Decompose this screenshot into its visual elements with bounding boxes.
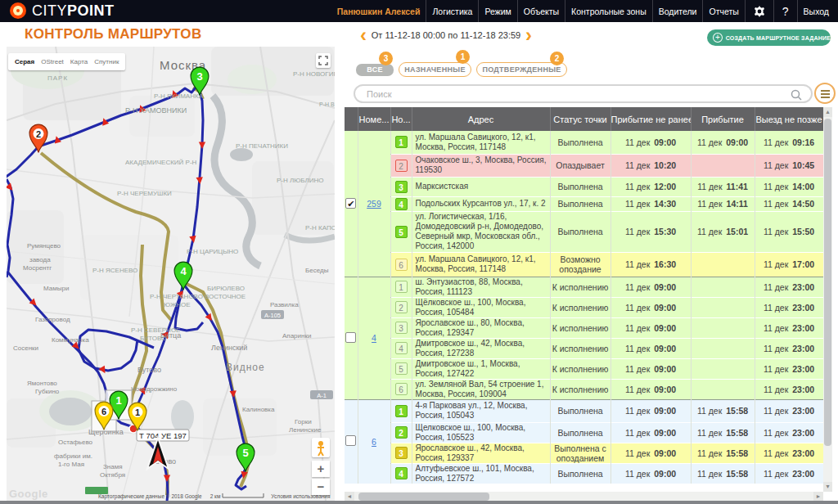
point-number-badge: 1 <box>395 281 408 293</box>
point-address: ш. Энтузиастов, 88, Москва, Россия, 1111… <box>412 277 550 297</box>
map-layer-спутник[interactable]: Спутник <box>91 58 122 65</box>
pegman-icon[interactable] <box>312 438 330 457</box>
route-point-row[interactable]: 6ул. Земляной Вал, 54 строение 1, Москва… <box>345 379 823 399</box>
arrival-time: 11 дек15:01 <box>691 211 755 252</box>
column-header-2[interactable]: Адрес <box>412 107 550 131</box>
route-point-row[interactable]: 41ш. Энтузиастов, 88, Москва, Россия, 11… <box>345 277 823 297</box>
arrive-not-earlier: 11 дек09:00 <box>610 379 691 399</box>
point-number-badge: 1 <box>395 136 408 148</box>
logout-button[interactable]: Выход <box>797 0 835 22</box>
column-header-5[interactable]: Прибытие <box>691 107 755 131</box>
search-input[interactable]: Поиск <box>354 84 813 103</box>
route-point-row[interactable]: 4Дмитровское ш., 42, Москва, Россия, 127… <box>345 338 823 358</box>
arrival-time <box>691 154 755 177</box>
point-address: ул. Маршала Савицкого, 12, к1, Москва, Р… <box>412 252 550 277</box>
map-label: Румянцево <box>27 242 61 250</box>
route-point-row[interactable]: 2Щёлковское ш., 100, Москва, Россия, 105… <box>345 297 823 317</box>
user-name-link[interactable]: Панюшкин Алексей <box>331 0 426 22</box>
route-number-link[interactable]: 6 <box>372 437 376 447</box>
prev-date-button[interactable]: ‹ <box>360 27 367 43</box>
group-checkbox-cell[interactable] <box>345 277 358 399</box>
map-label: Р-Н НОВОГИРЕ <box>293 70 335 78</box>
settings-gear-icon[interactable] <box>745 0 773 22</box>
depart-not-later: 11 дек10:45 <box>755 154 823 177</box>
zoom-in-button[interactable]: + <box>312 461 330 477</box>
attribution-text: Картографические данные © 2018 Google <box>98 493 202 499</box>
help-button[interactable]: ? <box>773 0 797 22</box>
point-address: 4-я Парковая ул., 12, Москва, Россия, 10… <box>412 399 550 422</box>
map-label: фабрики им. <box>54 452 92 460</box>
svg-text:2: 2 <box>36 129 41 139</box>
tab-confirmed-count-badge: 2 <box>550 52 564 65</box>
route-point-row[interactable]: ✔2591ул. Маршала Савицкого, 12, к1, Моск… <box>345 131 823 154</box>
map-label: Видное <box>226 362 265 373</box>
point-address: Алтуфьевское ш., 101, Москва, Россия, 12… <box>412 463 550 484</box>
depart-not-later: 11 дек23:00 <box>755 297 823 317</box>
column-header-6[interactable]: Выезд не позже <box>755 107 823 131</box>
point-address: ул. Земляной Вал, 54 строение 1, Москва,… <box>412 379 550 399</box>
scroll-up-arrow[interactable]: ▲ <box>823 107 832 117</box>
menu-objects[interactable]: Объекты <box>517 0 565 22</box>
brand-name: CITYPOINT <box>32 2 115 20</box>
map-container[interactable]: А-105А-1МоскваПАРКР-Н ЯКИМАНКАР-Н ХАМОВН… <box>7 47 335 502</box>
group-checkbox-cell[interactable]: ✔ <box>345 131 358 277</box>
depart-not-later: 11 дек23:00 <box>755 443 823 463</box>
route-point-row[interactable]: 3Ярославское ш., 80, Москва, Россия, 129… <box>345 317 823 338</box>
route-number-link[interactable]: 259 <box>367 199 381 209</box>
route-point-row[interactable]: 5ул. Логистическая, 1/16, Домодедовский … <box>345 211 823 252</box>
menu-reports[interactable]: Отчеты <box>702 0 744 22</box>
column-header-1[interactable]: Но... <box>390 107 412 131</box>
map-label: Р-Н ВЕШ <box>319 101 335 107</box>
map-layer-карта[interactable]: Карта <box>67 58 91 65</box>
column-header-4[interactable]: Прибытие не ранее <box>610 107 691 131</box>
route-point-row[interactable]: 2Очаковское ш., 3, Москва, Россия, 11953… <box>345 154 823 177</box>
map-label: ПАРК <box>47 74 68 82</box>
vertical-scroll-thumb[interactable] <box>824 119 831 446</box>
fullscreen-icon[interactable] <box>316 53 331 68</box>
route-point-row[interactable]: 614-я Парковая ул., 12, Москва, Россия, … <box>345 399 823 422</box>
next-date-button[interactable]: › <box>525 27 532 43</box>
route-point-row[interactable]: 5Дмитровское ш., 1, Москва, Россия, 1274… <box>345 358 823 379</box>
depart-not-later: 11 дек23:00 <box>755 463 823 484</box>
point-status: Выполнена с опозданием <box>550 443 610 463</box>
menu-logistics[interactable]: Логистика <box>426 0 478 22</box>
route-point-row[interactable]: 4Подольских Курсантов ул., 17, к. 2Выпол… <box>345 196 823 211</box>
point-number-cell: 3 <box>390 317 412 338</box>
depart-not-later: 11 дек23:00 <box>755 399 823 422</box>
route-point-row[interactable]: 6ул. Маршала Савицкого, 12, к1, Москва, … <box>345 252 823 277</box>
route-checkbox[interactable] <box>345 435 356 446</box>
horizontal-scroll-thumb[interactable] <box>358 493 489 501</box>
arrive-not-earlier: 11 дек09:00 <box>610 399 691 422</box>
route-number-link[interactable]: 4 <box>372 333 376 343</box>
point-number-badge: 3 <box>395 181 408 193</box>
map-label: Ленинский <box>211 344 247 352</box>
route-point-row[interactable]: 3Ярославское ш., 42, Москва, Россия, 129… <box>345 443 823 463</box>
scroll-down-arrow[interactable]: ▼ <box>823 482 832 492</box>
map-label: Мамыри <box>43 285 69 292</box>
menu-mode[interactable]: Режим <box>478 0 516 22</box>
route-checkbox[interactable]: ✔ <box>345 198 356 209</box>
create-route-task-button[interactable]: + СОЗДАТЬ МАРШРУТНОЕ ЗАДАНИЕ <box>707 29 831 46</box>
column-header-3[interactable]: Статус точки <box>550 107 610 131</box>
filter-menu-button[interactable] <box>814 83 836 104</box>
group-checkbox-cell[interactable] <box>345 399 358 484</box>
arrive-not-earlier: 11 дек09:00 <box>610 297 691 317</box>
vertical-scrollbar[interactable]: ▲ ▼ <box>823 107 832 492</box>
menu-drivers[interactable]: Водители <box>652 0 703 22</box>
arrive-not-earlier: 11 дек09:00 <box>610 277 691 297</box>
tab-all[interactable]: ВСЕ <box>356 64 394 76</box>
map-layer-ostreet[interactable]: OStreet <box>38 58 67 65</box>
route-checkbox[interactable] <box>345 332 356 343</box>
point-number-cell: 1 <box>390 277 412 297</box>
route-point-row[interactable]: 4Алтуфьевское ш., 101, Москва, Россия, 1… <box>345 463 823 484</box>
menu-control-zones[interactable]: Контрольные зоны <box>565 0 652 22</box>
route-point-row[interactable]: 3МарксистскаяВыполнена11 дек12:0011 дек1… <box>345 177 823 196</box>
col-checkbox <box>345 107 358 131</box>
point-address: Дмитровское ш., 1, Москва, Россия, 12742… <box>412 358 550 379</box>
route-point-row[interactable]: 2Щелковское ш., 100, Москва, Россия, 105… <box>345 422 823 443</box>
map-label: Знамя <box>103 463 123 470</box>
terms-link[interactable]: Условия использования <box>271 493 330 499</box>
map-layer-серая[interactable]: Серая <box>11 58 38 65</box>
column-header-0[interactable]: Номе... <box>358 107 390 131</box>
tab-assigned[interactable]: НАЗНАЧЕННЫЕ <box>399 62 471 77</box>
